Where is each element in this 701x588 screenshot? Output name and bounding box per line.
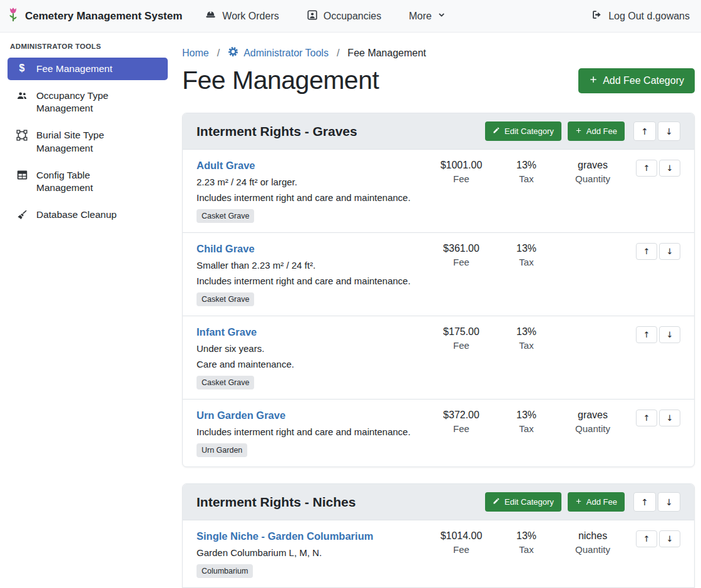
arrow-down-icon: ↓ <box>667 534 673 544</box>
move-fee-up-button[interactable]: ↑ <box>636 160 657 177</box>
move-fee-up-button[interactable]: ↑ <box>636 530 657 547</box>
fee-quantity: graves Quantity <box>558 160 628 184</box>
fee-description: 2.23 m² / 24 ft² or larger. <box>197 177 427 187</box>
move-fee-down-button[interactable]: ↓ <box>659 410 680 426</box>
breadcrumb-admin-tools-link[interactable]: Administrator Tools <box>228 46 329 59</box>
move-category-up-button[interactable]: ↑ <box>633 492 656 512</box>
fee-tax: 13% Tax <box>495 160 558 184</box>
add-fee-category-button[interactable]: Add Fee Category <box>578 68 695 93</box>
fee-tax: 13% Tax <box>495 243 558 267</box>
move-fee-down-button[interactable]: ↓ <box>659 160 680 177</box>
category-header: Interment Rights - Niches Edit Category … <box>183 484 694 520</box>
fee-tax: 13% Tax <box>495 326 558 351</box>
arrow-up-icon: ↑ <box>643 163 650 173</box>
fee-category-card: Interment Rights - Niches Edit Category … <box>182 483 695 588</box>
arrow-up-icon: ↑ <box>641 497 648 507</box>
add-fee-button[interactable]: Add Fee <box>568 492 625 512</box>
arrow-down-icon: ↓ <box>665 497 673 507</box>
category-title: Interment Rights - Graves <box>197 124 479 139</box>
fee-category-card: Interment Rights - Graves Edit Category … <box>182 113 695 467</box>
move-category-down-button[interactable]: ↓ <box>658 121 680 141</box>
fee-name-link[interactable]: Single Niche - Garden Columbarium <box>197 530 373 542</box>
edit-category-button[interactable]: Edit Category <box>485 121 561 141</box>
brand-title: Cemetery Management System <box>25 10 182 23</box>
app-brand[interactable]: Cemetery Management System <box>6 6 182 26</box>
sidebar-item-database-cleanup[interactable]: Database Cleanup <box>8 204 168 226</box>
arrow-up-icon: ↑ <box>643 413 650 423</box>
logout-label: Log Out d.gowans <box>608 11 690 22</box>
plus-icon <box>575 497 582 507</box>
pencil-icon <box>493 497 500 507</box>
add-fee-category-label: Add Fee Category <box>603 75 684 86</box>
arrow-down-icon: ↓ <box>667 163 673 173</box>
edit-category-label: Edit Category <box>504 126 554 136</box>
fee-name-link[interactable]: Urn Garden Grave <box>197 410 285 421</box>
hard-hat-icon <box>205 9 217 23</box>
fee-name-link[interactable]: Infant Grave <box>197 326 257 338</box>
category-title: Interment Rights - Niches <box>197 495 479 510</box>
plus-icon <box>575 126 582 136</box>
table-icon <box>15 170 29 180</box>
fee-row: Infant Grave Under six years. Care and m… <box>183 316 694 399</box>
add-fee-button[interactable]: Add Fee <box>568 121 625 141</box>
move-fee-down-button[interactable]: ↓ <box>659 326 680 343</box>
fee-type-badge: Columbarium <box>197 564 253 578</box>
fee-tax: 13% Tax <box>495 530 558 555</box>
broom-icon <box>15 209 29 220</box>
sidebar-item-label: Burial Site Type Management <box>36 129 148 154</box>
breadcrumb-home-link[interactable]: Home <box>182 48 209 59</box>
add-fee-label: Add Fee <box>586 497 617 507</box>
arrow-down-icon: ↓ <box>667 247 673 256</box>
breadcrumb-admin-tools-label: Administrator Tools <box>243 48 329 59</box>
fee-name-link[interactable]: Adult Grave <box>197 160 255 172</box>
breadcrumb-current: Fee Management <box>347 48 426 59</box>
move-fee-down-button[interactable]: ↓ <box>659 530 680 547</box>
main-nav: Work Orders Occupancies More <box>205 9 445 23</box>
main-content: Home / Administrator Tools / Fee Managem… <box>175 33 701 588</box>
fee-row: Single Niche - Garden Columbarium Garden… <box>183 520 694 587</box>
sidebar-item-burial-site-type[interactable]: Burial Site Type Management <box>8 124 168 159</box>
fee-type-badge: Casket Grave <box>197 292 254 306</box>
fee-name-link[interactable]: Child Grave <box>197 243 255 255</box>
sidebar-header: ADMINISTRATOR TOOLS <box>10 43 165 50</box>
fee-description: Garden Columbarium L, M, N. <box>197 547 427 558</box>
gear-icon <box>228 46 238 59</box>
sidebar-item-label: Config Table Management <box>36 169 148 194</box>
nav-work-orders[interactable]: Work Orders <box>205 9 279 23</box>
fee-amount: $175.00 Fee <box>427 326 495 351</box>
move-fee-up-button[interactable]: ↑ <box>636 243 657 260</box>
fee-type-badge: Casket Grave <box>197 209 254 223</box>
dollar-icon: $ <box>15 63 29 73</box>
sidebar-item-occupancy-type[interactable]: Occupancy Type Management <box>8 85 168 120</box>
logout-icon <box>591 9 603 23</box>
fee-amount: $1001.00 Fee <box>427 160 495 184</box>
sidebar-item-label: Database Cleanup <box>36 209 116 221</box>
category-header: Interment Rights - Graves Edit Category … <box>183 113 694 150</box>
fee-quantity: niches Quantity <box>558 530 628 555</box>
nav-occupancies-label: Occupancies <box>324 11 382 22</box>
fee-amount: $372.00 Fee <box>427 410 495 434</box>
page-title: Fee Management <box>182 66 379 95</box>
edit-category-button[interactable]: Edit Category <box>485 492 561 512</box>
move-category-down-button[interactable]: ↓ <box>658 492 680 512</box>
nav-more-label: More <box>409 11 431 22</box>
sidebar-item-config-table[interactable]: Config Table Management <box>8 164 168 199</box>
nav-more[interactable]: More <box>409 9 445 23</box>
fee-description: Includes interment right and care and ma… <box>197 276 427 286</box>
move-category-up-button[interactable]: ↑ <box>633 121 656 141</box>
fee-type-badge: Casket Grave <box>197 376 254 389</box>
sidebar-item-fee-management[interactable]: $ Fee Management <box>8 58 168 80</box>
sidebar-item-label: Fee Management <box>36 63 113 75</box>
breadcrumb: Home / Administrator Tools / Fee Managem… <box>182 46 695 59</box>
logout-button[interactable]: Log Out d.gowans <box>591 9 690 23</box>
fee-row: Child Grave Smaller than 2.23 m² / 24 ft… <box>183 232 694 316</box>
edit-category-label: Edit Category <box>504 497 554 507</box>
move-fee-down-button[interactable]: ↓ <box>659 243 680 260</box>
move-fee-up-button[interactable]: ↑ <box>636 326 657 343</box>
move-fee-up-button[interactable]: ↑ <box>636 410 657 426</box>
fee-description: Includes interment right and care and ma… <box>197 192 427 203</box>
users-icon <box>15 90 29 101</box>
arrow-down-icon: ↓ <box>665 126 673 137</box>
nav-occupancies[interactable]: Occupancies <box>307 9 382 23</box>
tulip-logo-icon <box>6 6 20 26</box>
